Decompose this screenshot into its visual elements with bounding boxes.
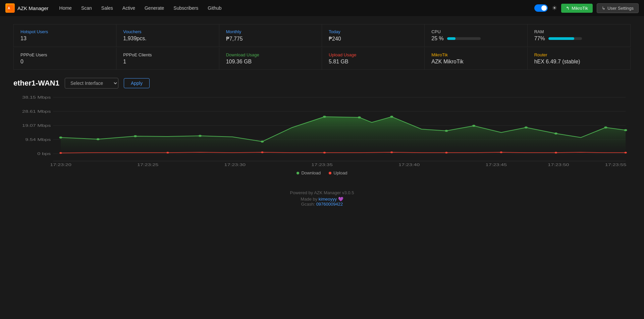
hotspot-users-value: 13	[20, 36, 109, 42]
today-value: ₱240	[329, 36, 418, 42]
footer-gcash-number[interactable]: 09760009422	[316, 202, 343, 207]
download-dot	[59, 137, 62, 139]
footer-author-link[interactable]: kimeoyyy 💜	[319, 197, 343, 202]
upload-usage-label: Upload Usage	[329, 52, 418, 57]
stat-monthly: Monthly ₱7,775	[219, 24, 322, 47]
pppoe-clients-value: 1	[123, 59, 212, 65]
x-label-2: 17:23:30	[224, 163, 246, 167]
cpu-progress-fill	[447, 37, 455, 40]
stat-pppoe-clients: PPPoE Clients 1	[116, 48, 219, 69]
download-legend-dot	[297, 172, 299, 174]
ram-label: RAM	[534, 29, 624, 34]
mikrotik-icon: ↰	[566, 6, 570, 11]
upload-dot	[323, 152, 326, 154]
nav-home[interactable]: Home	[55, 0, 76, 16]
x-label-6: 17:23:50	[548, 163, 569, 167]
download-dot	[323, 116, 326, 118]
router-label: Router	[534, 52, 624, 57]
upload-legend-label: Upload	[333, 170, 347, 175]
navbar: A AZK Manager Home Scan Sales Active Gen…	[0, 0, 644, 16]
upload-legend-dot	[329, 172, 331, 174]
chart-header: ether1-WAN1 Select Interface Apply	[13, 78, 631, 89]
upload-dot	[500, 152, 502, 153]
nav-subscribers[interactable]: Subscribers	[169, 0, 202, 16]
stat-vouchers: Vouchers 1,939pcs.	[116, 24, 219, 47]
stat-cpu: CPU 25 %	[425, 24, 527, 47]
ram-value-row: 77%	[534, 36, 624, 42]
upload-dot	[261, 152, 263, 153]
upload-line	[61, 152, 626, 153]
y-label-0: 0 bps	[37, 152, 51, 156]
chart-svg: 38.15 Mbps 28.61 Mbps 19.07 Mbps 9.54 Mb…	[13, 94, 631, 168]
mikrotik-label: MikroTik	[572, 6, 588, 11]
download-dot	[199, 135, 202, 137]
stat-download-usage: Download Usage 109.36 GB	[219, 48, 322, 69]
mikrotik-name-label: MikroTik	[431, 52, 520, 57]
stat-upload-usage: Upload Usage 5.81 GB	[322, 48, 425, 69]
x-label-7: 17:23:55	[605, 163, 627, 167]
ram-progress-bg	[548, 37, 582, 40]
upload-usage-value: 5.81 GB	[329, 59, 418, 65]
footer-powered: Powered by AZK Manager v3.0.5	[20, 190, 624, 195]
brand-name: AZK Manager	[17, 5, 49, 11]
x-label-0: 17:23:20	[50, 163, 71, 167]
main-content: Hotspot Users 13 Vouchers 1,939pcs. Mont…	[0, 16, 644, 221]
y-label-2: 19.07 Mbps	[22, 123, 51, 128]
stat-ram: RAM 77%	[528, 24, 630, 47]
apply-button[interactable]: Apply	[124, 78, 150, 88]
ram-progress-fill	[548, 37, 574, 40]
x-label-3: 17:23:35	[311, 163, 333, 167]
chart-legend: Download Upload	[13, 170, 631, 175]
stat-today: Today ₱240	[322, 24, 425, 47]
pppoe-users-value: 0	[20, 59, 109, 65]
stat-router: Router hEX 6.49.7 (stable)	[528, 48, 630, 69]
upload-dot	[390, 152, 393, 153]
user-settings-label: User Settings	[607, 6, 634, 11]
monthly-label: Monthly	[226, 29, 315, 34]
vouchers-label: Vouchers	[123, 29, 212, 34]
user-settings-button[interactable]: ↳ User Settings	[597, 3, 639, 13]
nav-sales[interactable]: Sales	[97, 0, 117, 16]
nav-github[interactable]: Github	[204, 0, 225, 16]
brand: A AZK Manager	[5, 3, 49, 13]
upload-dot	[59, 152, 62, 154]
sun-icon[interactable]: ☀	[552, 4, 557, 12]
download-dot	[472, 125, 475, 127]
stat-mikrotik-name: MikroTik AZK MikroTik	[425, 48, 527, 69]
download-dot	[525, 126, 528, 128]
user-settings-icon: ↳	[602, 6, 605, 11]
footer-made: Made by kimeoyyy 💜	[20, 197, 624, 202]
y-label-1: 9.54 Mbps	[25, 138, 51, 142]
nav-scan[interactable]: Scan	[77, 0, 96, 16]
download-usage-value: 109.36 GB	[226, 59, 315, 65]
download-dot	[624, 129, 627, 131]
download-area	[61, 117, 626, 154]
cpu-value-row: 25 %	[431, 36, 520, 42]
cpu-label: CPU	[431, 29, 520, 34]
stats-row2: PPPoE Users 0 PPPoE Clients 1 Download U…	[13, 48, 631, 70]
x-label-4: 17:23:40	[398, 163, 420, 167]
interface-select[interactable]: Select Interface	[65, 78, 118, 89]
nav-generate[interactable]: Generate	[141, 0, 168, 16]
theme-toggle[interactable]	[534, 4, 548, 12]
hotspot-users-label: Hotspot Users	[20, 29, 109, 34]
nav-active[interactable]: Active	[118, 0, 139, 16]
upload-dot	[555, 152, 557, 154]
footer: Powered by AZK Manager v3.0.5 Made by ki…	[13, 183, 631, 213]
download-dot	[358, 116, 361, 118]
chart-container: 38.15 Mbps 28.61 Mbps 19.07 Mbps 9.54 Mb…	[13, 94, 631, 168]
download-legend: Download	[297, 170, 321, 175]
mikrotik-name-value: AZK MikroTik	[431, 59, 520, 65]
mikrotik-button[interactable]: ↰ MikroTik	[561, 4, 593, 13]
upload-dot	[445, 152, 447, 154]
cpu-value: 25 %	[431, 36, 443, 42]
pppoe-clients-label: PPPoE Clients	[123, 52, 212, 57]
upload-dot	[624, 152, 627, 154]
footer-made-text: Made by	[301, 197, 318, 202]
upload-legend: Upload	[329, 170, 347, 175]
footer-gcash: Gcash: 09760009422	[20, 202, 624, 207]
y-label-4: 38.15 Mbps	[22, 95, 51, 100]
router-value: hEX 6.49.7 (stable)	[534, 59, 624, 65]
download-dot	[445, 130, 448, 132]
brand-icon: A	[5, 3, 15, 13]
